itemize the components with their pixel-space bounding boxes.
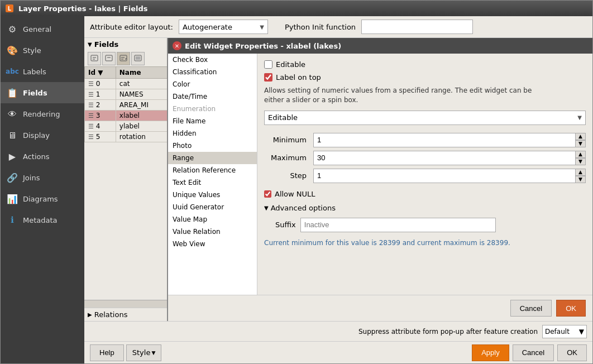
- final-right: Apply Cancel OK: [472, 344, 587, 361]
- sidebar-item-diagrams[interactable]: 📊 Diagrams: [1, 188, 84, 209]
- row-icon: ☰: [88, 80, 94, 88]
- editable-label: Editable: [276, 60, 305, 69]
- sidebar-item-joins[interactable]: 🔗 Joins: [1, 167, 84, 188]
- relations-section[interactable]: ▶ Relations: [84, 308, 168, 321]
- step-spin-up[interactable]: ▲: [576, 169, 586, 176]
- apply-btn[interactable]: Apply: [472, 344, 509, 361]
- layout-combo[interactable]: Autogenerate ▼: [179, 20, 268, 34]
- layout-combo-arrow: ▼: [260, 24, 264, 30]
- widget-check-box[interactable]: Check Box: [168, 54, 257, 66]
- dialog-title-bar: ✕ Edit Widget Properties - xlabel (lakes…: [168, 38, 592, 54]
- widget-text-edit[interactable]: Text Edit: [168, 176, 257, 189]
- help-btn[interactable]: Help: [90, 344, 124, 361]
- col-header-name[interactable]: Name: [116, 67, 167, 79]
- maximum-input[interactable]: [313, 151, 576, 165]
- widget-uuid-generator[interactable]: Uuid Generator: [168, 201, 257, 213]
- table-row[interactable]: ☰ 2 AREA_MI: [85, 100, 168, 111]
- sidebar-item-style[interactable]: 🎨 Style: [1, 40, 84, 61]
- minimum-spin-down[interactable]: ▼: [576, 140, 586, 147]
- dialog-close-btn[interactable]: ✕: [173, 41, 181, 50]
- widget-description: Allows setting of numeric values from a …: [264, 86, 543, 105]
- widget-value-relation[interactable]: Value Relation: [168, 226, 257, 238]
- advanced-options-header[interactable]: ▼ Advanced options: [264, 204, 586, 212]
- relations-label: Relations: [94, 310, 128, 319]
- sidebar-item-display[interactable]: 🖥 Display: [1, 124, 84, 146]
- maximum-spin-down[interactable]: ▼: [576, 158, 586, 165]
- cancel-btn[interactable]: Cancel: [513, 344, 554, 361]
- sidebar-item-rendering[interactable]: 👁 Rendering: [1, 103, 84, 124]
- step-input[interactable]: [313, 169, 576, 183]
- table-row[interactable]: ☰ 0 cat: [85, 79, 168, 89]
- sidebar-label-metadata: Metadata: [23, 216, 58, 224]
- sidebar-item-actions[interactable]: ▶ Actions: [1, 146, 84, 167]
- widget-classification[interactable]: Classification: [168, 66, 257, 78]
- table-row[interactable]: ☰ 5 rotation: [85, 132, 168, 142]
- right-panel: Attribute editor layout: Autogenerate ▼ …: [84, 16, 592, 363]
- cell-id: ☰ 1: [85, 89, 116, 100]
- view-field-btn[interactable]: [131, 52, 145, 65]
- edit-field-btn[interactable]: [117, 52, 130, 65]
- sidebar-item-labels[interactable]: abc Labels: [1, 61, 84, 82]
- allow-null-checkbox[interactable]: [264, 190, 271, 198]
- widget-date-time[interactable]: Date/Time: [168, 90, 257, 103]
- ok-btn[interactable]: OK: [557, 344, 587, 361]
- col-header-id[interactable]: Id ▼: [85, 67, 116, 79]
- maximum-spinners: ▲ ▼: [576, 151, 586, 165]
- app-icon: L: [5, 4, 14, 13]
- svg-rect-2: [91, 55, 98, 61]
- minimum-spin-up[interactable]: ▲: [576, 133, 586, 140]
- fields-table: Id ▼ Name ☰ 0 cat ☰ 1 NAMES ☰ 2 AREA_MI …: [84, 66, 168, 300]
- cell-id: ☰ 3: [85, 111, 116, 121]
- sidebar-label-labels: Labels: [23, 68, 46, 76]
- step-label: Step: [264, 171, 309, 180]
- cell-name: cat: [116, 79, 167, 89]
- suppress-combo-arrow: ▼: [579, 328, 584, 336]
- widget-web-view[interactable]: Web View: [168, 238, 257, 250]
- dialog-ok-btn[interactable]: OK: [556, 300, 586, 317]
- dropdown-value: Editable: [268, 113, 298, 122]
- general-icon: ⚙: [6, 23, 18, 35]
- suffix-input[interactable]: [300, 218, 496, 232]
- label-on-top-checkbox[interactable]: [264, 73, 272, 82]
- widget-color[interactable]: Color: [168, 78, 257, 90]
- widget-unique-values[interactable]: Unique Values: [168, 189, 257, 201]
- step-spin-down[interactable]: ▼: [576, 176, 586, 183]
- sidebar-item-general[interactable]: ⚙ General: [1, 18, 84, 40]
- fields-scrollbar[interactable]: [84, 300, 168, 308]
- editable-dropdown[interactable]: Editable ▼: [264, 111, 586, 125]
- widget-relation-reference[interactable]: Relation Reference: [168, 164, 257, 176]
- sidebar-label-diagrams: Diagrams: [23, 195, 58, 203]
- allow-null-label: Allow NULL: [275, 190, 315, 198]
- style-btn[interactable]: Style ▼: [126, 344, 162, 361]
- fields-area: ▼ Fields: [84, 38, 592, 321]
- widget-hidden[interactable]: Hidden: [168, 127, 257, 140]
- remove-field-btn[interactable]: [102, 52, 116, 65]
- python-input[interactable]: [361, 20, 473, 34]
- fields-icon: 📋: [6, 87, 18, 99]
- edit-widget-dialog: ✕ Edit Widget Properties - xlabel (lakes…: [167, 38, 592, 321]
- add-field-btn[interactable]: [88, 52, 101, 65]
- widget-value-map[interactable]: Value Map: [168, 213, 257, 226]
- minimum-input[interactable]: [313, 133, 576, 147]
- suppress-combo[interactable]: Default ▼: [542, 325, 587, 338]
- table-row[interactable]: ☰ 4 ylabel: [85, 121, 168, 132]
- cell-name: AREA_MI: [116, 100, 167, 111]
- fields-header: ▼ Fields: [84, 38, 168, 51]
- svg-rect-11: [136, 56, 140, 60]
- editable-checkbox[interactable]: [264, 60, 272, 69]
- dialog-cancel-btn[interactable]: Cancel: [510, 300, 552, 317]
- sidebar-label-general: General: [23, 25, 51, 33]
- widget-photo[interactable]: Photo: [168, 140, 257, 152]
- bottom-bar: Suppress attribute form pop-up after fea…: [84, 321, 592, 341]
- widget-enumeration[interactable]: Enumeration: [168, 103, 257, 115]
- table-row[interactable]: ☰ 1 NAMES: [85, 89, 168, 100]
- widget-file-name[interactable]: File Name: [168, 115, 257, 127]
- widget-range[interactable]: Range: [168, 152, 257, 164]
- minimum-spinners: ▲ ▼: [576, 133, 586, 147]
- maximum-spin-up[interactable]: ▲: [576, 151, 586, 158]
- sidebar-item-metadata[interactable]: ℹ Metadata: [1, 209, 84, 231]
- sidebar-label-actions: Actions: [23, 152, 50, 161]
- sidebar-item-fields[interactable]: 📋 Fields: [1, 82, 84, 103]
- table-row[interactable]: ☰ 3 xlabel: [85, 111, 168, 121]
- labels-icon: abc: [6, 65, 18, 78]
